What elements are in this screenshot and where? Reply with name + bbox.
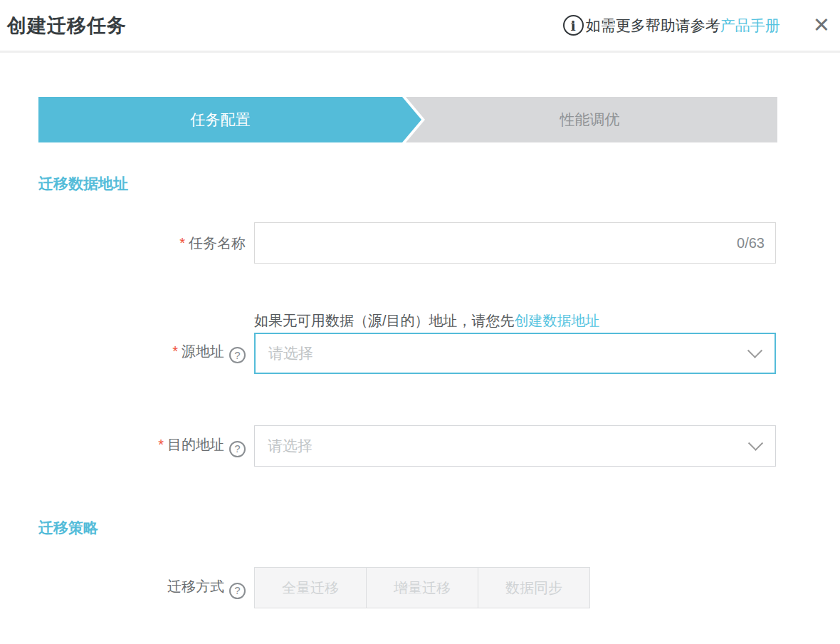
task-name-input[interactable] <box>254 222 776 264</box>
tab-task-config-label: 任务配置 <box>191 110 251 130</box>
destination-address-field: 请选择 <box>254 425 776 467</box>
tab-task-config[interactable]: 任务配置 <box>38 97 402 142</box>
section-heading-migration-strategy: 迁移策略 <box>38 518 777 538</box>
required-mark: * <box>179 235 185 251</box>
dialog-header: 创建迁移任务 i 如需更多帮助请参考 产品手册 ✕ <box>0 0 840 53</box>
source-address-row: *源地址? 如果无可用数据（源/目的）地址，请您先创建数据地址 请选择 <box>38 311 777 374</box>
close-icon[interactable]: ✕ <box>813 15 830 36</box>
required-mark: * <box>158 437 164 452</box>
section-heading-migration-address: 迁移数据地址 <box>38 174 777 194</box>
char-counter: 0/63 <box>737 235 765 251</box>
page-title: 创建迁移任务 <box>7 13 127 38</box>
info-icon: i <box>563 15 584 36</box>
help-text: 如需更多帮助请参考 <box>586 16 720 36</box>
create-address-link[interactable]: 创建数据地址 <box>515 313 600 328</box>
help-area: i 如需更多帮助请参考 产品手册 <box>563 15 780 36</box>
destination-help-icon[interactable]: ? <box>229 441 246 457</box>
chevron-down-icon <box>748 435 763 450</box>
chevron-down-icon <box>747 343 762 358</box>
source-address-label: *源地址? <box>38 341 254 364</box>
migration-method-group: 全量迁移 增量迁移 数据同步 <box>254 567 776 608</box>
source-help-icon[interactable]: ? <box>229 347 246 363</box>
task-name-input-wrap: 0/63 <box>254 222 776 264</box>
task-name-row: *任务名称 0/63 <box>38 222 777 264</box>
destination-address-label: *目的地址? <box>38 435 254 457</box>
tab-performance-tuning[interactable]: 性能调优 <box>402 97 777 142</box>
migration-method-label: 迁移方式? <box>38 576 254 599</box>
destination-address-select[interactable]: 请选择 <box>254 425 776 467</box>
dialog-body: 任务配置 性能调优 迁移数据地址 *任务名称 0/63 *源地址? 如果无可用数… <box>0 97 840 608</box>
migration-method-field: 全量迁移 增量迁移 数据同步 <box>254 567 776 608</box>
full-migration-button[interactable]: 全量迁移 <box>254 567 367 608</box>
step-arrow-icon <box>402 97 421 142</box>
method-help-icon[interactable]: ? <box>229 583 246 599</box>
data-sync-button[interactable]: 数据同步 <box>478 567 590 608</box>
migration-method-row: 迁移方式? 全量迁移 增量迁移 数据同步 <box>38 567 777 608</box>
incremental-migration-button[interactable]: 增量迁移 <box>366 567 478 608</box>
source-address-field: 如果无可用数据（源/目的）地址，请您先创建数据地址 请选择 <box>254 311 776 374</box>
destination-address-row: *目的地址? 请选择 <box>38 425 777 467</box>
tab-performance-tuning-label: 性能调优 <box>560 110 620 130</box>
task-name-field: 0/63 <box>254 222 776 264</box>
required-mark: * <box>172 343 178 359</box>
task-name-label: *任务名称 <box>38 233 254 253</box>
step-bar: 任务配置 性能调优 <box>38 97 777 142</box>
product-manual-link[interactable]: 产品手册 <box>720 16 780 36</box>
address-hint: 如果无可用数据（源/目的）地址，请您先创建数据地址 <box>254 311 776 330</box>
source-address-select[interactable]: 请选择 <box>254 333 776 374</box>
